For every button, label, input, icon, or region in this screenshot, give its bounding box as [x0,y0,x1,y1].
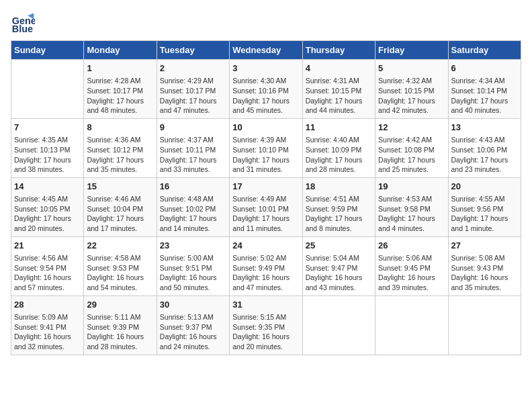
calendar-cell: 4Sunrise: 4:31 AMSunset: 10:15 PMDayligh… [302,60,375,119]
day-info: Sunrise: 4:42 AM [378,135,445,145]
day-info: and 28 minutes. [306,165,372,175]
day-info: Sunrise: 4:34 AM [451,76,518,86]
day-info: and 20 minutes. [232,342,299,352]
calendar-cell: 28Sunrise: 5:09 AMSunset: 9:41 PMDayligh… [11,295,84,355]
day-info: Sunrise: 4:49 AM [232,194,299,204]
day-info: Daylight: 16 hours [451,273,518,283]
day-number: 30 [160,299,226,311]
day-number: 3 [232,62,299,75]
day-info: Daylight: 16 hours [160,332,226,342]
day-info: Daylight: 17 hours [87,155,153,165]
day-number: 8 [87,122,153,134]
day-info: Sunset: 10:16 PM [232,86,299,96]
day-info: Daylight: 17 hours [87,96,153,106]
day-info: Daylight: 17 hours [451,96,518,106]
day-info: and 57 minutes. [14,283,81,293]
day-info: Daylight: 16 hours [232,332,299,342]
day-info: and 4 minutes. [378,224,445,234]
day-info: Sunrise: 5:02 AM [232,253,299,263]
day-number: 20 [451,181,518,193]
day-info: Daylight: 16 hours [87,273,153,283]
day-header-friday: Friday [375,41,448,60]
day-info: Sunrise: 4:45 AM [14,194,81,204]
day-info: Daylight: 17 hours [87,214,153,224]
day-info: Daylight: 17 hours [232,96,299,106]
calendar-cell: 12Sunrise: 4:42 AMSunset: 10:08 PMDaylig… [375,118,448,177]
day-info: Sunrise: 5:04 AM [306,253,372,263]
calendar-cell: 24Sunrise: 5:02 AMSunset: 9:49 PMDayligh… [230,236,302,295]
day-info: Sunset: 9:37 PM [160,322,226,332]
day-info: Daylight: 17 hours [160,155,226,165]
logo-icon: General Blue [11,11,35,35]
week-row-1: 1Sunrise: 4:28 AMSunset: 10:17 PMDayligh… [11,60,521,119]
day-info: and 14 minutes. [160,224,226,234]
calendar-cell: 19Sunrise: 4:53 AMSunset: 9:58 PMDayligh… [375,177,448,236]
day-info: Sunset: 10:17 PM [87,86,153,96]
day-number: 16 [160,181,226,193]
calendar-cell: 29Sunrise: 5:11 AMSunset: 9:39 PMDayligh… [84,295,157,355]
calendar-cell: 7Sunrise: 4:35 AMSunset: 10:13 PMDayligh… [11,118,84,177]
day-number: 4 [306,62,372,75]
day-header-thursday: Thursday [302,41,375,60]
day-info: Sunset: 10:13 PM [14,145,81,155]
day-number: 23 [160,240,226,252]
day-number: 29 [87,299,153,311]
calendar-cell: 25Sunrise: 5:04 AMSunset: 9:47 PMDayligh… [302,236,375,295]
day-header-sunday: Sunday [11,41,84,60]
day-info: Sunset: 9:39 PM [87,322,153,332]
day-number: 5 [378,62,445,75]
day-info: Sunrise: 4:58 AM [87,253,153,263]
day-info: Sunrise: 4:43 AM [451,135,518,145]
day-info: Sunrise: 4:53 AM [378,194,445,204]
day-info: Daylight: 16 hours [378,273,445,283]
day-info: Sunrise: 5:13 AM [160,312,226,322]
day-info: Daylight: 17 hours [306,96,372,106]
day-info: Sunset: 10:05 PM [14,204,81,214]
day-info: and 8 minutes. [306,224,372,234]
day-info: and 20 minutes. [14,224,81,234]
day-info: Sunrise: 4:32 AM [378,76,445,86]
day-info: Sunset: 10:12 PM [87,145,153,155]
day-info: and 33 minutes. [160,165,226,175]
calendar-cell [11,60,84,119]
day-info: Sunset: 10:15 PM [378,86,445,96]
day-info: Sunset: 10:01 PM [232,204,299,214]
calendar-cell [448,295,521,355]
day-number: 26 [378,240,445,252]
day-info: Sunset: 9:53 PM [87,263,153,273]
day-info: Sunrise: 4:36 AM [87,135,153,145]
day-info: Sunset: 10:11 PM [160,145,226,155]
week-row-3: 14Sunrise: 4:45 AMSunset: 10:05 PMDaylig… [11,177,521,236]
day-number: 21 [14,240,81,252]
calendar-cell [302,295,375,355]
calendar-cell: 27Sunrise: 5:08 AMSunset: 9:43 PMDayligh… [448,236,521,295]
calendar-cell: 2Sunrise: 4:29 AMSunset: 10:17 PMDayligh… [157,60,229,119]
day-info: Daylight: 17 hours [160,96,226,106]
calendar-table: SundayMondayTuesdayWednesdayThursdayFrid… [11,40,521,355]
day-number: 28 [14,299,81,311]
day-info: and 39 minutes. [378,283,445,293]
day-number: 14 [14,181,81,193]
day-info: Daylight: 17 hours [232,155,299,165]
day-header-monday: Monday [84,41,157,60]
day-info: and 35 minutes. [451,283,518,293]
svg-text:Blue: Blue [12,24,33,34]
day-info: Daylight: 16 hours [14,273,81,283]
day-info: Sunset: 10:15 PM [306,86,372,96]
day-number: 10 [232,122,299,134]
day-number: 1 [87,62,153,75]
day-info: Daylight: 16 hours [14,332,81,342]
day-info: Sunset: 9:41 PM [14,322,81,332]
day-info: Daylight: 16 hours [87,332,153,342]
day-info: and 24 minutes. [160,342,226,352]
day-info: and 28 minutes. [87,342,153,352]
day-number: 11 [306,122,372,134]
day-info: Sunset: 9:58 PM [378,204,445,214]
day-info: Sunset: 10:06 PM [451,145,518,155]
day-info: Daylight: 16 hours [232,273,299,283]
day-info: Sunrise: 4:46 AM [87,194,153,204]
calendar-cell: 16Sunrise: 4:48 AMSunset: 10:02 PMDaylig… [157,177,229,236]
day-info: and 47 minutes. [232,283,299,293]
day-info: and 11 minutes. [232,224,299,234]
day-info: and 47 minutes. [160,105,226,116]
